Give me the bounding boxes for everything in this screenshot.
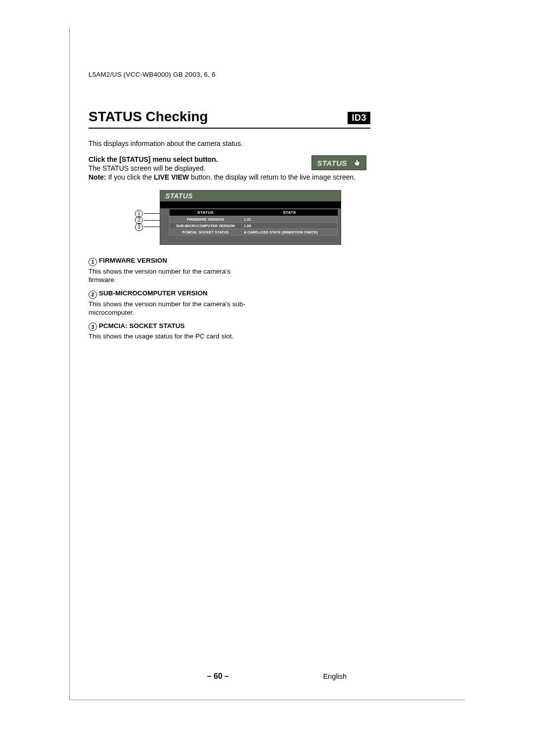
table-row: PCMCIA: SOCKET STATUS A CARD-LESS STATE …	[170, 229, 338, 236]
note-text-2: button, the display will return to the l…	[189, 173, 356, 181]
def-item-1: 1FIRMWARE VERSION This shows the version…	[89, 257, 252, 284]
note-prefix: Note:	[89, 173, 106, 181]
def-title: 2SUB-MICROCOMPUTER VERSION	[89, 289, 252, 299]
id-badge: ID3	[348, 112, 370, 124]
definitions: 1FIRMWARE VERSION This shows the version…	[89, 257, 252, 341]
page-footer: – 60 – English	[70, 672, 366, 681]
def-body: This shows the version number for the ca…	[89, 267, 252, 284]
def-body: This shows the usage status for the PC c…	[89, 332, 252, 341]
status-screenshot: 1 2 3 STATUS STATUS STATE	[135, 190, 465, 245]
status-panel-title: STATUS	[160, 190, 341, 201]
def-num: 2	[89, 290, 97, 299]
def-heading: SUB-MICROCOMPUTER VERSION	[99, 289, 208, 297]
status-panel: STATUS STATUS STATE FIRMWARE VERSION 1.3…	[160, 190, 341, 245]
def-item-3: 3PCMCIA: SOCKET STATUS This shows the us…	[89, 322, 252, 341]
status-table: STATUS STATE FIRMWARE VERSION 1.31 SUB-M…	[169, 209, 338, 236]
page-number: – 60 –	[207, 672, 229, 681]
note-text-1: If you click the	[106, 173, 154, 181]
intro-text: This displays information about the came…	[89, 140, 465, 147]
def-heading: FIRMWARE VERSION	[99, 257, 167, 264]
row-value: 1.31	[242, 216, 338, 223]
hand-cursor-icon	[352, 157, 362, 168]
step-instruction: Click the [STATUS] menu select button.	[89, 155, 286, 163]
row-value: A CARD-LESS STATE (INSERTION CHECK)	[242, 229, 338, 236]
callouts: 1 2 3	[135, 210, 160, 245]
def-heading: PCMCIA: SOCKET STATUS	[99, 322, 185, 330]
status-menu-button[interactable]: STATUS	[312, 155, 366, 170]
def-num: 1	[89, 258, 97, 266]
status-inner: STATUS STATE FIRMWARE VERSION 1.31 SUB-M…	[160, 208, 341, 244]
def-body: This shows the version number for the ca…	[89, 300, 252, 317]
table-header-row: STATUS STATE	[170, 209, 338, 216]
title-row: STATUS Checking ID3	[89, 109, 370, 127]
manual-page: L5AM2/US (VCC-WB4000) GB 2003, 6, 6 STAT…	[69, 27, 465, 700]
callout-line	[144, 213, 160, 214]
row-label: FIRMWARE VERSION	[170, 216, 242, 223]
col-status: STATUS	[170, 209, 242, 216]
page-title: STATUS Checking	[89, 109, 208, 127]
doc-header: L5AM2/US (VCC-WB4000) GB 2003, 6, 6	[89, 71, 465, 78]
note-line: Note: If you click the LIVE VIEW button,…	[89, 173, 380, 181]
table-row: FIRMWARE VERSION 1.31	[170, 216, 338, 223]
step-text: Click the [STATUS] menu select button. T…	[89, 155, 286, 172]
callout-line	[144, 227, 160, 227]
callout-3: 3	[135, 224, 160, 231]
def-item-2: 2SUB-MICROCOMPUTER VERSION This shows th…	[89, 289, 252, 317]
def-title: 3PCMCIA: SOCKET STATUS	[89, 322, 252, 331]
col-state: STATE	[242, 209, 338, 216]
note-liveview: LIVE VIEW	[154, 173, 189, 181]
callout-2: 2	[135, 217, 160, 224]
language-label: English	[323, 672, 347, 680]
def-num: 3	[89, 323, 97, 331]
row-label: SUB-MICROCOMPUTER VERSION	[170, 223, 242, 229]
table-row: SUB-MICROCOMPUTER VERSION 1.09	[170, 223, 338, 229]
callout-line	[144, 220, 160, 221]
row-value: 1.09	[242, 223, 338, 229]
step-row: Click the [STATUS] menu select button. T…	[89, 155, 366, 172]
panel-black-bar	[160, 201, 341, 208]
row-label: PCMCIA: SOCKET STATUS	[170, 229, 242, 236]
step-result: The STATUS screen will be displayed.	[89, 164, 286, 172]
status-button-label: STATUS	[317, 159, 347, 167]
title-underline	[89, 128, 370, 129]
def-title: 1FIRMWARE VERSION	[89, 257, 252, 266]
callout-num-3: 3	[135, 223, 143, 231]
